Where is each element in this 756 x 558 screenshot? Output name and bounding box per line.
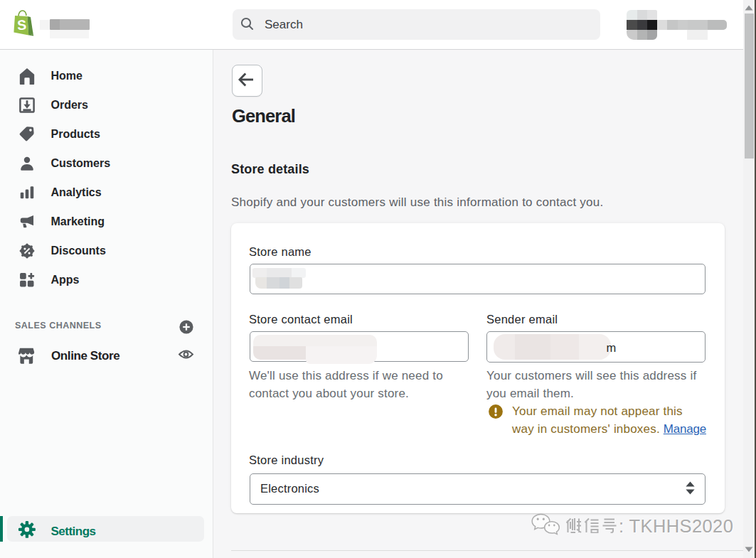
svg-text:S: S (16, 17, 26, 33)
